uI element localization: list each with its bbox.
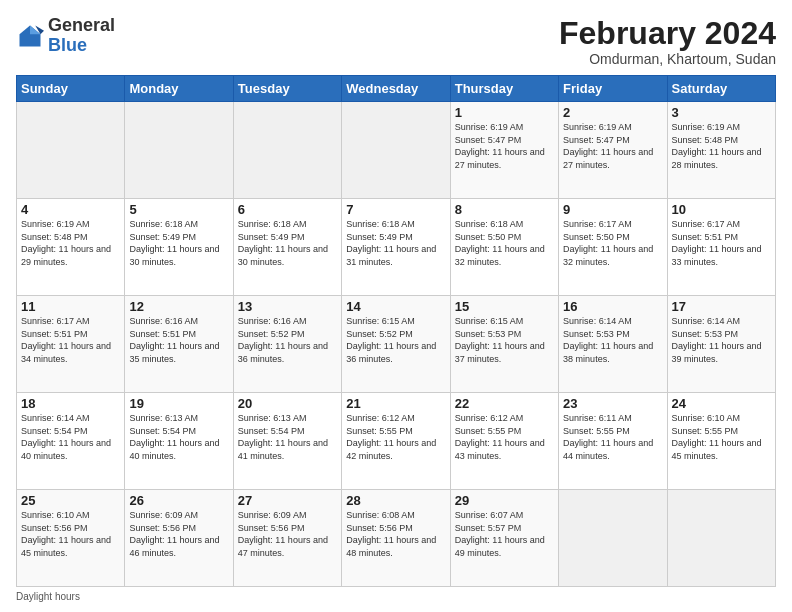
day-cell: 13Sunrise: 6:16 AM Sunset: 5:52 PM Dayli… bbox=[233, 296, 341, 393]
week-row-2: 11Sunrise: 6:17 AM Sunset: 5:51 PM Dayli… bbox=[17, 296, 776, 393]
day-info: Sunrise: 6:18 AM Sunset: 5:49 PM Dayligh… bbox=[346, 218, 445, 268]
day-info: Sunrise: 6:13 AM Sunset: 5:54 PM Dayligh… bbox=[129, 412, 228, 462]
day-info: Sunrise: 6:10 AM Sunset: 5:56 PM Dayligh… bbox=[21, 509, 120, 559]
page: General Blue February 2024 Omdurman, Kha… bbox=[0, 0, 792, 612]
title-block: February 2024 Omdurman, Khartoum, Sudan bbox=[559, 16, 776, 67]
footer-label: Daylight hours bbox=[16, 591, 80, 602]
day-cell: 1Sunrise: 6:19 AM Sunset: 5:47 PM Daylig… bbox=[450, 102, 558, 199]
day-number: 23 bbox=[563, 396, 662, 411]
day-number: 16 bbox=[563, 299, 662, 314]
logo-blue: Blue bbox=[48, 36, 115, 56]
location-subtitle: Omdurman, Khartoum, Sudan bbox=[559, 51, 776, 67]
day-cell: 20Sunrise: 6:13 AM Sunset: 5:54 PM Dayli… bbox=[233, 393, 341, 490]
day-cell: 19Sunrise: 6:13 AM Sunset: 5:54 PM Dayli… bbox=[125, 393, 233, 490]
day-info: Sunrise: 6:13 AM Sunset: 5:54 PM Dayligh… bbox=[238, 412, 337, 462]
day-cell: 15Sunrise: 6:15 AM Sunset: 5:53 PM Dayli… bbox=[450, 296, 558, 393]
day-number: 20 bbox=[238, 396, 337, 411]
col-header-saturday: Saturday bbox=[667, 76, 775, 102]
logo: General Blue bbox=[16, 16, 115, 56]
day-info: Sunrise: 6:16 AM Sunset: 5:51 PM Dayligh… bbox=[129, 315, 228, 365]
day-info: Sunrise: 6:19 AM Sunset: 5:48 PM Dayligh… bbox=[21, 218, 120, 268]
col-header-thursday: Thursday bbox=[450, 76, 558, 102]
day-number: 6 bbox=[238, 202, 337, 217]
day-number: 13 bbox=[238, 299, 337, 314]
day-cell: 24Sunrise: 6:10 AM Sunset: 5:55 PM Dayli… bbox=[667, 393, 775, 490]
logo-text: General Blue bbox=[48, 16, 115, 56]
day-number: 27 bbox=[238, 493, 337, 508]
day-info: Sunrise: 6:18 AM Sunset: 5:49 PM Dayligh… bbox=[129, 218, 228, 268]
day-info: Sunrise: 6:15 AM Sunset: 5:53 PM Dayligh… bbox=[455, 315, 554, 365]
day-cell: 4Sunrise: 6:19 AM Sunset: 5:48 PM Daylig… bbox=[17, 199, 125, 296]
day-cell: 16Sunrise: 6:14 AM Sunset: 5:53 PM Dayli… bbox=[559, 296, 667, 393]
day-cell: 17Sunrise: 6:14 AM Sunset: 5:53 PM Dayli… bbox=[667, 296, 775, 393]
day-number: 10 bbox=[672, 202, 771, 217]
logo-icon bbox=[16, 22, 44, 50]
day-cell bbox=[667, 490, 775, 587]
day-info: Sunrise: 6:12 AM Sunset: 5:55 PM Dayligh… bbox=[455, 412, 554, 462]
day-cell: 29Sunrise: 6:07 AM Sunset: 5:57 PM Dayli… bbox=[450, 490, 558, 587]
day-number: 5 bbox=[129, 202, 228, 217]
week-row-4: 25Sunrise: 6:10 AM Sunset: 5:56 PM Dayli… bbox=[17, 490, 776, 587]
day-number: 17 bbox=[672, 299, 771, 314]
day-cell bbox=[233, 102, 341, 199]
day-info: Sunrise: 6:14 AM Sunset: 5:53 PM Dayligh… bbox=[563, 315, 662, 365]
week-row-3: 18Sunrise: 6:14 AM Sunset: 5:54 PM Dayli… bbox=[17, 393, 776, 490]
day-number: 19 bbox=[129, 396, 228, 411]
day-cell: 5Sunrise: 6:18 AM Sunset: 5:49 PM Daylig… bbox=[125, 199, 233, 296]
day-info: Sunrise: 6:19 AM Sunset: 5:47 PM Dayligh… bbox=[455, 121, 554, 171]
day-info: Sunrise: 6:12 AM Sunset: 5:55 PM Dayligh… bbox=[346, 412, 445, 462]
day-number: 7 bbox=[346, 202, 445, 217]
day-cell bbox=[17, 102, 125, 199]
day-cell: 27Sunrise: 6:09 AM Sunset: 5:56 PM Dayli… bbox=[233, 490, 341, 587]
day-info: Sunrise: 6:09 AM Sunset: 5:56 PM Dayligh… bbox=[129, 509, 228, 559]
day-cell: 9Sunrise: 6:17 AM Sunset: 5:50 PM Daylig… bbox=[559, 199, 667, 296]
week-row-0: 1Sunrise: 6:19 AM Sunset: 5:47 PM Daylig… bbox=[17, 102, 776, 199]
day-number: 26 bbox=[129, 493, 228, 508]
day-number: 25 bbox=[21, 493, 120, 508]
day-number: 18 bbox=[21, 396, 120, 411]
day-info: Sunrise: 6:10 AM Sunset: 5:55 PM Dayligh… bbox=[672, 412, 771, 462]
day-number: 28 bbox=[346, 493, 445, 508]
header-row: SundayMondayTuesdayWednesdayThursdayFrid… bbox=[17, 76, 776, 102]
day-info: Sunrise: 6:15 AM Sunset: 5:52 PM Dayligh… bbox=[346, 315, 445, 365]
day-info: Sunrise: 6:17 AM Sunset: 5:51 PM Dayligh… bbox=[672, 218, 771, 268]
day-number: 15 bbox=[455, 299, 554, 314]
day-cell: 25Sunrise: 6:10 AM Sunset: 5:56 PM Dayli… bbox=[17, 490, 125, 587]
day-cell: 18Sunrise: 6:14 AM Sunset: 5:54 PM Dayli… bbox=[17, 393, 125, 490]
day-info: Sunrise: 6:08 AM Sunset: 5:56 PM Dayligh… bbox=[346, 509, 445, 559]
day-number: 8 bbox=[455, 202, 554, 217]
day-cell bbox=[559, 490, 667, 587]
day-info: Sunrise: 6:17 AM Sunset: 5:50 PM Dayligh… bbox=[563, 218, 662, 268]
day-cell: 21Sunrise: 6:12 AM Sunset: 5:55 PM Dayli… bbox=[342, 393, 450, 490]
day-number: 29 bbox=[455, 493, 554, 508]
day-cell: 2Sunrise: 6:19 AM Sunset: 5:47 PM Daylig… bbox=[559, 102, 667, 199]
day-number: 4 bbox=[21, 202, 120, 217]
day-cell: 10Sunrise: 6:17 AM Sunset: 5:51 PM Dayli… bbox=[667, 199, 775, 296]
day-number: 24 bbox=[672, 396, 771, 411]
day-info: Sunrise: 6:14 AM Sunset: 5:54 PM Dayligh… bbox=[21, 412, 120, 462]
day-cell: 26Sunrise: 6:09 AM Sunset: 5:56 PM Dayli… bbox=[125, 490, 233, 587]
day-cell bbox=[125, 102, 233, 199]
day-number: 9 bbox=[563, 202, 662, 217]
col-header-tuesday: Tuesday bbox=[233, 76, 341, 102]
col-header-monday: Monday bbox=[125, 76, 233, 102]
week-row-1: 4Sunrise: 6:19 AM Sunset: 5:48 PM Daylig… bbox=[17, 199, 776, 296]
day-info: Sunrise: 6:17 AM Sunset: 5:51 PM Dayligh… bbox=[21, 315, 120, 365]
month-title: February 2024 bbox=[559, 16, 776, 51]
day-info: Sunrise: 6:11 AM Sunset: 5:55 PM Dayligh… bbox=[563, 412, 662, 462]
calendar-table: SundayMondayTuesdayWednesdayThursdayFrid… bbox=[16, 75, 776, 587]
day-cell bbox=[342, 102, 450, 199]
day-info: Sunrise: 6:18 AM Sunset: 5:49 PM Dayligh… bbox=[238, 218, 337, 268]
day-cell: 12Sunrise: 6:16 AM Sunset: 5:51 PM Dayli… bbox=[125, 296, 233, 393]
col-header-friday: Friday bbox=[559, 76, 667, 102]
day-cell: 7Sunrise: 6:18 AM Sunset: 5:49 PM Daylig… bbox=[342, 199, 450, 296]
day-number: 1 bbox=[455, 105, 554, 120]
day-cell: 6Sunrise: 6:18 AM Sunset: 5:49 PM Daylig… bbox=[233, 199, 341, 296]
day-number: 11 bbox=[21, 299, 120, 314]
day-info: Sunrise: 6:19 AM Sunset: 5:47 PM Dayligh… bbox=[563, 121, 662, 171]
day-info: Sunrise: 6:19 AM Sunset: 5:48 PM Dayligh… bbox=[672, 121, 771, 171]
day-info: Sunrise: 6:16 AM Sunset: 5:52 PM Dayligh… bbox=[238, 315, 337, 365]
day-number: 22 bbox=[455, 396, 554, 411]
col-header-sunday: Sunday bbox=[17, 76, 125, 102]
day-info: Sunrise: 6:07 AM Sunset: 5:57 PM Dayligh… bbox=[455, 509, 554, 559]
